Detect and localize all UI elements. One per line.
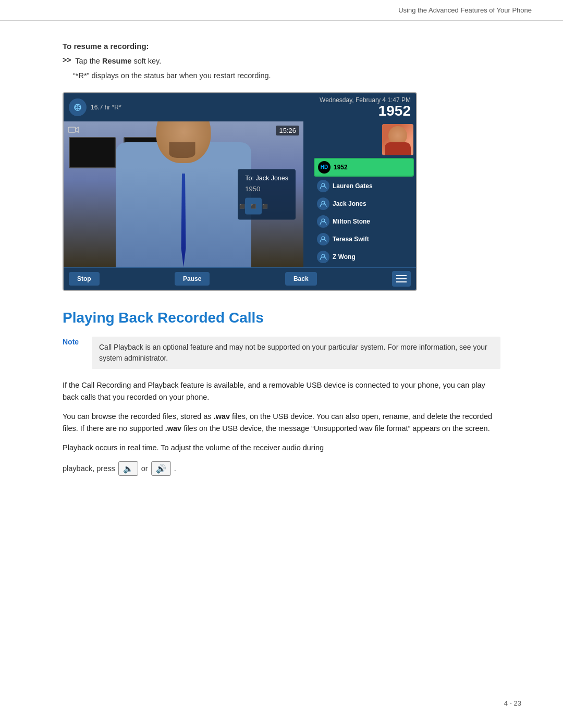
contact-name-teresa: Teresa Swift: [333, 236, 369, 243]
contact-name-milton: Milton Stone: [333, 218, 370, 225]
note-content: Call Playback is an optional feature and…: [92, 337, 500, 369]
playback-or: or: [141, 464, 148, 473]
hd-icon: HD: [318, 161, 331, 174]
step-prefix: Tap the: [75, 57, 102, 65]
playback-line: playback, press 🔈 or 🔊 .: [63, 461, 500, 476]
volume-up-button[interactable]: 🔊: [151, 461, 171, 476]
call-entries-list: HD 1952 Lauren Gates: [312, 158, 416, 265]
phone-screenshot: 16.7 hr *R* Wednesday, February 4 1:47 P…: [63, 92, 417, 291]
call-entry-teresa[interactable]: Teresa Swift: [314, 231, 414, 248]
section-title: Playing Back Recorded Calls: [63, 310, 500, 326]
back-button[interactable]: Back: [285, 272, 317, 286]
contact-icon-lauren: [317, 180, 329, 192]
phone-connection-icon: [69, 98, 87, 116]
phone-right-panel: HD 1952 Lauren Gates: [312, 121, 416, 267]
contact-icon-jack: [317, 198, 329, 210]
menu-icon[interactable]: [392, 271, 411, 287]
contact-name-1952: 1952: [334, 164, 348, 171]
status-note: “*R*” displays on the status bar when yo…: [73, 70, 500, 82]
step-item: >> Tap the Resume soft key.: [63, 56, 500, 67]
contact-name-wong: Z Wong: [333, 253, 356, 261]
call-entry-wong[interactable]: Z Wong: [314, 249, 414, 265]
resume-title: To resume a recording:: [63, 42, 500, 51]
call-entry-jack[interactable]: Jack Jones: [314, 195, 414, 212]
keypad-icon[interactable]: ⁢◾◾◾: [245, 198, 262, 214]
step-text: Tap the Resume soft key.: [75, 56, 161, 67]
phone-number-large: 1952: [320, 104, 411, 118]
call-number: 1950: [245, 184, 288, 192]
step-suffix: soft key.: [131, 57, 161, 65]
volume-down-button[interactable]: 🔈: [118, 461, 138, 476]
step-arrow: >>: [63, 56, 71, 64]
phone-main: 15:26 To: Jack Jones 1950 ⁢◾◾◾: [64, 121, 416, 267]
call-entry-lauren[interactable]: Lauren Gates: [314, 178, 414, 194]
playback-suffix: .: [174, 464, 176, 473]
contact-icon-teresa: [317, 233, 329, 245]
svg-rect-2: [68, 127, 76, 132]
main-content: To resume a recording: >> Tap the Resume…: [0, 21, 563, 507]
page-header: Using the Advanced Features of Your Phon…: [0, 0, 563, 21]
resume-section: To resume a recording: >> Tap the Resume…: [63, 42, 500, 82]
contact-name-jack: Jack Jones: [333, 200, 366, 207]
body-para-3: Playback occurs in real time. To adjust …: [63, 442, 500, 454]
note-box: Note Call Playback is an optional featur…: [63, 337, 500, 369]
call-to-label: To: Jack Jones: [245, 174, 288, 181]
phone-topbar-left: 16.7 hr *R*: [69, 98, 121, 116]
call-entry-1952[interactable]: HD 1952: [314, 158, 414, 177]
playback-prefix: playback, press: [63, 464, 115, 473]
avatar-area: [312, 121, 416, 158]
call-entry-milton[interactable]: Milton Stone: [314, 213, 414, 230]
pause-button[interactable]: Pause: [175, 272, 210, 286]
svg-marker-3: [76, 127, 79, 132]
note-label: Note: [63, 337, 83, 346]
avatar: [382, 124, 413, 155]
recording-indicator: 16.7 hr *R*: [91, 104, 121, 111]
step-bold: Resume: [102, 57, 131, 65]
video-frame: 15:26 To: Jack Jones 1950 ⁢◾◾◾: [64, 121, 303, 267]
contact-name-lauren: Lauren Gates: [333, 182, 373, 190]
video-timer: 15:26: [276, 126, 299, 135]
phone-topbar-right: Wednesday, February 4 1:47 PM 1952: [320, 96, 411, 118]
body-para-1: If the Call Recording and Playback featu…: [63, 379, 500, 403]
camera-icon: [68, 126, 79, 136]
contact-icon-wong: [317, 251, 329, 263]
phone-video: 15:26 To: Jack Jones 1950 ⁢◾◾◾: [64, 121, 312, 267]
contact-icon-milton: [317, 215, 329, 228]
stop-button[interactable]: Stop: [69, 272, 100, 286]
phone-topbar: 16.7 hr *R* Wednesday, February 4 1:47 P…: [64, 93, 416, 121]
header-text: Using the Advanced Features of Your Phon…: [398, 6, 532, 14]
phone-bottombar: Stop Pause Back: [64, 267, 416, 290]
body-para-2: You can browse the recorded files, store…: [63, 411, 500, 435]
page-number: 4 - 23: [504, 699, 521, 707]
